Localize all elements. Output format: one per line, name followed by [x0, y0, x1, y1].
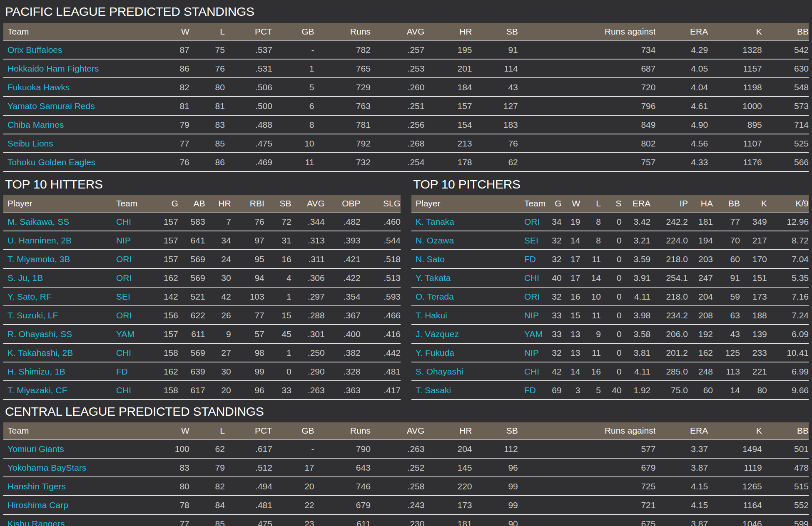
stat-cell: .363	[325, 381, 361, 399]
team-abbr-link[interactable]: FD	[116, 362, 149, 381]
team-abbr-link[interactable]: CHI	[116, 381, 149, 399]
player-link[interactable]: S. Ju, 1B	[3, 268, 116, 287]
player-link[interactable]: Y. Takata	[411, 268, 524, 287]
player-link[interactable]: T. Miyazaki, CF	[3, 381, 116, 399]
team-link[interactable]: Hanshin Tigers	[3, 477, 153, 496]
team-link[interactable]: Hokkaido Ham Fighters	[3, 59, 153, 78]
player-link[interactable]: J. Vázquez	[411, 325, 524, 343]
stat-cell: .460	[361, 212, 401, 231]
stat-cell: .482	[325, 212, 361, 231]
team-abbr-link[interactable]: FD	[524, 381, 547, 399]
team-link[interactable]: Seibu Lions	[3, 134, 153, 153]
stat-cell: 77	[153, 514, 189, 526]
stat-cell: 5	[580, 381, 601, 399]
stat-cell: 1119	[708, 458, 762, 477]
stat-cell: .230	[371, 514, 425, 526]
player-link[interactable]: T. Suzuki, LF	[3, 306, 116, 325]
stat-cell: 213	[424, 134, 472, 153]
team-link[interactable]: Chiba Marines	[3, 115, 153, 134]
team-abbr-link[interactable]: ORI	[524, 212, 547, 231]
team-link[interactable]: Orix Buffaloes	[3, 40, 153, 59]
player-link[interactable]: N. Ozawa	[411, 231, 524, 250]
stat-cell: 79	[189, 458, 225, 477]
player-link[interactable]: N. Sato	[411, 250, 524, 268]
player-link[interactable]: O. Terada	[411, 287, 524, 306]
player-link[interactable]: Y. Fukuda	[411, 343, 524, 362]
stat-cell: 96	[231, 381, 264, 399]
stat-cell: 86	[153, 59, 189, 78]
stat-cell: 70	[713, 231, 740, 250]
stat-cell: 14	[562, 362, 580, 381]
team-link[interactable]: Kishu Rangers	[3, 514, 153, 526]
team-abbr-link[interactable]: ORI	[116, 306, 149, 325]
player-link[interactable]: T. Sasaki	[411, 381, 524, 399]
stat-cell: .531	[225, 59, 272, 78]
team-link[interactable]: Hiroshima Carp	[3, 496, 153, 514]
stat-cell: 0	[601, 212, 622, 231]
stat-cell: 42	[205, 287, 231, 306]
player-link[interactable]: K. Tanaka	[411, 212, 524, 231]
stat-cell: 0	[601, 231, 622, 250]
team-link[interactable]: Yokohama BayStars	[3, 458, 153, 477]
team-abbr-link[interactable]: ORI	[116, 250, 149, 268]
player-link[interactable]: S. Ohayashi	[411, 362, 524, 381]
stat-cell: 16	[264, 250, 291, 268]
stat-cell: 76	[231, 212, 264, 231]
team-abbr-link[interactable]: CHI	[524, 268, 547, 287]
stat-cell: 9	[205, 325, 231, 343]
standings-page: PACIFIC LEAGUE PREDICTED STANDINGS TeamW…	[3, 4, 809, 526]
stat-cell: 790	[314, 439, 371, 458]
team-abbr-link[interactable]: FD	[524, 250, 547, 268]
column-header-obp: OBP	[325, 195, 361, 212]
team-abbr-link[interactable]: ORI	[524, 287, 547, 306]
stat-cell: 220	[424, 477, 472, 496]
team-link[interactable]: Tohoku Golden Eagles	[3, 153, 153, 171]
team-abbr-link[interactable]: SEI	[116, 287, 149, 306]
stat-cell: .416	[361, 325, 401, 343]
player-link[interactable]: M. Saikawa, SS	[3, 212, 116, 231]
table-row: T. Suzuki, LFORI156622267715.288.367.466	[3, 306, 401, 325]
column-header-s: S	[601, 195, 622, 212]
top-pitchers-table: PlayerTeamGWLSERAIPHABBKK/9 K. TanakaORI…	[411, 195, 809, 400]
stat-cell: 569	[178, 343, 205, 362]
team-abbr-link[interactable]: CHI	[116, 212, 149, 231]
stat-cell: 569	[178, 268, 205, 287]
player-link[interactable]: R. Ohayashi, SS	[3, 325, 116, 343]
team-abbr-link[interactable]: YAM	[524, 325, 547, 343]
table-row: Y. Sato, RFSEI142521421031.297.354.593	[3, 287, 401, 306]
team-abbr-link[interactable]: ORI	[116, 268, 149, 287]
team-abbr-link[interactable]: YAM	[116, 325, 149, 343]
stat-cell: 22	[272, 496, 314, 514]
player-link[interactable]: Y. Sato, RF	[3, 287, 116, 306]
stat-cell: 85	[189, 514, 225, 526]
stat-cell: 40	[547, 268, 561, 287]
player-link[interactable]: K. Takahashi, 2B	[3, 343, 116, 362]
team-link[interactable]: Fukuoka Hawks	[3, 78, 153, 97]
table-row: K. TanakaORI3419803.42242.21817734912.96	[411, 212, 809, 231]
stat-cell: 34	[547, 212, 561, 231]
team-abbr-link[interactable]: NIP	[524, 306, 547, 325]
team-abbr-link[interactable]: NIP	[524, 343, 547, 362]
stat-cell: .311	[291, 250, 325, 268]
hitters-table-body: M. Saikawa, SSCHI15758377672.344.482.460…	[3, 212, 401, 399]
team-link[interactable]: Yamato Samurai Reds	[3, 97, 153, 115]
player-link[interactable]: T. Miyamoto, 3B	[3, 250, 116, 268]
team-abbr-link[interactable]: NIP	[116, 231, 149, 250]
stat-cell: 0	[601, 325, 622, 343]
team-abbr-link[interactable]: CHI	[116, 343, 149, 362]
stat-cell: 611	[178, 325, 205, 343]
team-abbr-link[interactable]: CHI	[524, 362, 547, 381]
column-header-avg: AVG	[291, 195, 325, 212]
stat-cell: 218.0	[650, 287, 688, 306]
stat-cell: 62	[189, 439, 225, 458]
team-link[interactable]: Yomiuri Giants	[3, 439, 153, 458]
team-abbr-link[interactable]: SEI	[524, 231, 547, 250]
column-header-w: W	[562, 195, 580, 212]
stat-cell: 15	[562, 306, 580, 325]
player-link[interactable]: U. Hanninen, 2B	[3, 231, 116, 250]
player-link[interactable]: H. Shimizu, 1B	[3, 362, 116, 381]
player-link[interactable]: T. Hakui	[411, 306, 524, 325]
stat-cell: 204	[424, 439, 472, 458]
table-row: Seibu Lions7785.47510792.268213768024.56…	[3, 134, 809, 153]
column-header-team: Team	[116, 195, 149, 212]
